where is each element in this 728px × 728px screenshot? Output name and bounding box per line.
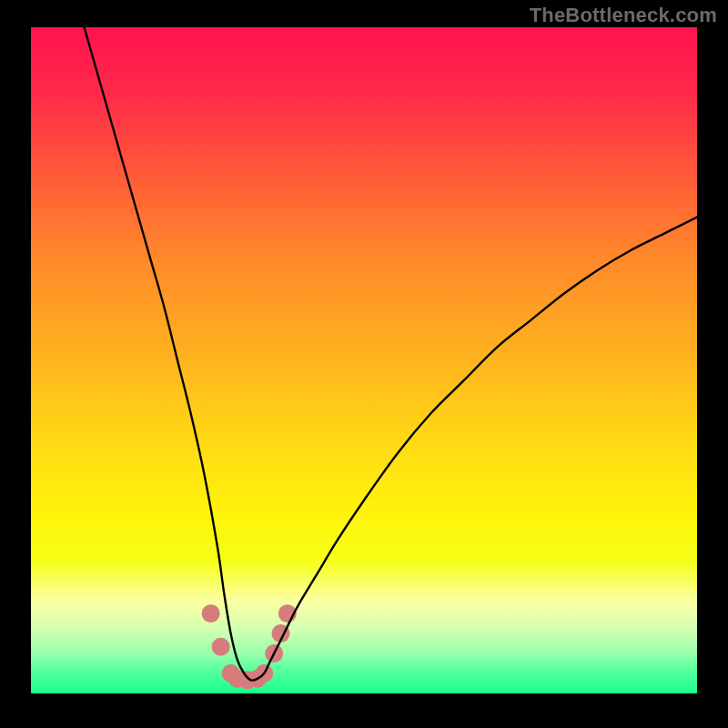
curve-marker	[202, 604, 220, 622]
marker-group	[202, 604, 297, 689]
curve-layer	[31, 27, 697, 693]
plot-area	[31, 27, 697, 693]
curve-marker	[212, 638, 230, 656]
chart-stage: TheBottleneck.com	[0, 0, 728, 728]
bottleneck-curve	[85, 27, 697, 681]
watermark-text: TheBottleneck.com	[530, 4, 717, 27]
